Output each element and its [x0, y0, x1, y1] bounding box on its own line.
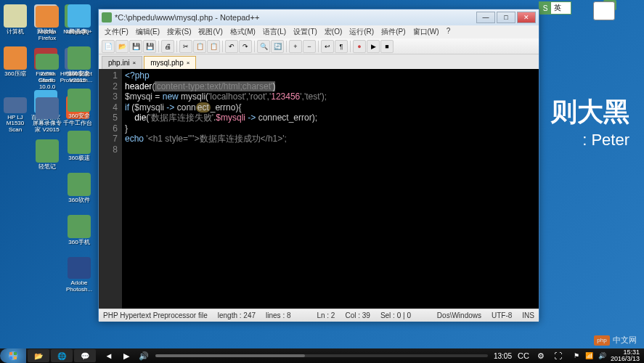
save-all-icon[interactable]: 💾: [143, 40, 156, 53]
status-enc: UTF-8: [492, 311, 512, 319]
ime-s-icon: S: [539, 2, 551, 14]
desktop-icon-label: 360手机: [68, 240, 89, 246]
clock-date[interactable]: 2016/3/13: [611, 356, 640, 362]
stop-macro-icon[interactable]: ■: [380, 40, 394, 53]
editor-tab[interactable]: mysql.php×: [144, 56, 196, 69]
code-area[interactable]: <?php header('content-type:text/html;cha…: [122, 69, 539, 309]
tab-close-icon[interactable]: ×: [187, 60, 190, 66]
kw-echo: echo: [125, 134, 144, 144]
menu-item[interactable]: 视图(V): [195, 25, 225, 38]
record-macro-icon[interactable]: ●: [353, 40, 366, 53]
menu-item[interactable]: 文件(F): [102, 25, 131, 38]
str-password: 123456: [271, 91, 300, 102]
open-file-icon[interactable]: 📂: [115, 40, 129, 53]
menu-item[interactable]: 语言(L): [260, 25, 289, 38]
desktop-icon[interactable]: HP LJ M1530 Scan: [0, 97, 30, 134]
zoom-in-icon[interactable]: +: [289, 40, 302, 53]
desktop-icon[interactable]: 360安全: [64, 89, 94, 125]
desktop-icon[interactable]: 腾讯QQ: [64, 4, 94, 41]
php-open-tag: <?php: [125, 70, 150, 81]
progress-bar[interactable]: [155, 354, 488, 357]
desktop-icon[interactable]: 360安全: [64, 46, 94, 83]
tray-flag-icon[interactable]: ⚑: [571, 351, 582, 361]
fn-die: die: [134, 113, 146, 123]
status-lines: lines : 8: [266, 311, 290, 319]
paren: ): [272, 81, 275, 91]
tab-label: php.ini: [108, 59, 129, 67]
desktop-icon[interactable]: 360手机: [64, 215, 94, 251]
fn-header: header: [125, 81, 152, 91]
start-button[interactable]: [0, 348, 26, 363]
desktop-icon[interactable]: Mozilla Firefox: [32, 6, 62, 42]
status-eol: Dos\Windows: [437, 311, 481, 319]
desktop-icon[interactable]: Adobe Photosh...: [64, 257, 94, 293]
line-number: 3: [100, 91, 118, 102]
maximize-button[interactable]: □: [497, 12, 515, 23]
desktop-icon[interactable]: 屏幕录像专家 V2015: [32, 97, 62, 134]
desktop-icon[interactable]: 360压缩: [0, 46, 30, 83]
save-icon[interactable]: 💾: [129, 40, 142, 53]
find-icon[interactable]: 🔍: [257, 40, 270, 53]
notepadpp-window: *C:\phpedu\www\mysql.php - Notepad++ — □…: [98, 9, 539, 321]
menu-item[interactable]: 宏(O): [322, 25, 345, 38]
captions-icon[interactable]: CC: [518, 350, 529, 362]
tab-close-icon[interactable]: ×: [132, 60, 136, 66]
settings-icon[interactable]: ⚙: [535, 350, 547, 362]
desktop-icon[interactable]: 360软件: [64, 173, 94, 209]
tabbar: php.ini×mysql.php×: [99, 54, 539, 69]
prev-track-icon[interactable]: ◄: [103, 350, 115, 362]
desktop-icon[interactable]: 计算机: [0, 4, 30, 41]
editor-tab[interactable]: php.ini×: [102, 56, 142, 69]
volume-icon[interactable]: 🔊: [138, 350, 150, 362]
close-button[interactable]: ✕: [517, 12, 536, 23]
menu-item[interactable]: 插件(P): [378, 25, 408, 38]
paste-icon[interactable]: 📋: [207, 40, 220, 53]
minimize-button[interactable]: —: [476, 12, 495, 23]
menu-item[interactable]: 编辑(E): [133, 25, 163, 38]
player-time: 13:05: [494, 352, 512, 360]
ime-bar[interactable]: S 英: [539, 1, 571, 15]
menu-item[interactable]: 运行(R): [346, 25, 377, 38]
wrap-icon[interactable]: ↩: [321, 40, 334, 53]
system-tray: ⚑ 📶 🔊 15:31 2016/3/13: [571, 349, 644, 362]
menu-item[interactable]: 设置(T): [290, 25, 320, 38]
play-macro-icon[interactable]: ▶: [367, 40, 380, 53]
copy-icon[interactable]: 📋: [193, 40, 206, 53]
taskbar-app-2[interactable]: 🌐: [51, 349, 73, 362]
line-number: 5: [100, 113, 118, 123]
status-ln: Ln : 2: [317, 311, 335, 319]
desktop-icon[interactable]: 360极速: [64, 131, 94, 167]
desktop-icon[interactable]: 轻笔记: [32, 139, 62, 176]
calendar-widget[interactable]: [593, 1, 615, 20]
titlebar[interactable]: *C:\phpedu\www\mysql.php - Notepad++ — □…: [99, 9, 539, 25]
editor[interactable]: 12345678 <?php header('content-type:text…: [99, 69, 539, 309]
cut-icon[interactable]: ✂: [179, 40, 192, 53]
desktop-icon-label: Mozilla Firefox: [32, 29, 62, 42]
show-symbols-icon[interactable]: ¶: [335, 40, 348, 53]
replace-icon[interactable]: 🔄: [271, 40, 284, 53]
tray-sound-icon[interactable]: 🔊: [598, 351, 608, 361]
zoom-out-icon[interactable]: −: [303, 40, 316, 53]
new-file-icon[interactable]: 📄: [102, 40, 115, 53]
wallpaper-subtitle: : Peter: [582, 131, 629, 150]
str-content-type: 'content-type:text/html;charset': [155, 81, 272, 91]
kw-new: new: [163, 91, 179, 102]
fullscreen-icon[interactable]: ⛶: [553, 350, 564, 362]
status-mode: INS: [522, 311, 534, 319]
desktop-icon-label: 轻笔记: [38, 164, 56, 171]
taskbar-app-3[interactable]: 💬: [74, 349, 96, 362]
taskbar-app-1[interactable]: 📂: [28, 349, 49, 362]
tray-network-icon[interactable]: 📶: [584, 351, 595, 361]
play-icon[interactable]: ▶: [121, 350, 132, 362]
undo-icon[interactable]: ↶: [225, 40, 238, 53]
desktop-icon-label: 360软件: [68, 197, 89, 204]
desktop-icon-label: 计算机: [7, 29, 24, 36]
redo-icon[interactable]: ↷: [239, 40, 252, 53]
desktop-icon[interactable]: Zend Studio 10.0.0: [32, 54, 62, 90]
print-icon[interactable]: 🖨: [161, 40, 174, 53]
desktop-icon-label: HP LJ M1530 Scan: [0, 115, 30, 134]
menu-item[interactable]: 格式(M): [227, 25, 258, 38]
menu-item[interactable]: 窗口(W): [410, 25, 442, 38]
menu-item[interactable]: ?: [444, 25, 454, 38]
menu-item[interactable]: 搜索(S): [164, 25, 194, 38]
